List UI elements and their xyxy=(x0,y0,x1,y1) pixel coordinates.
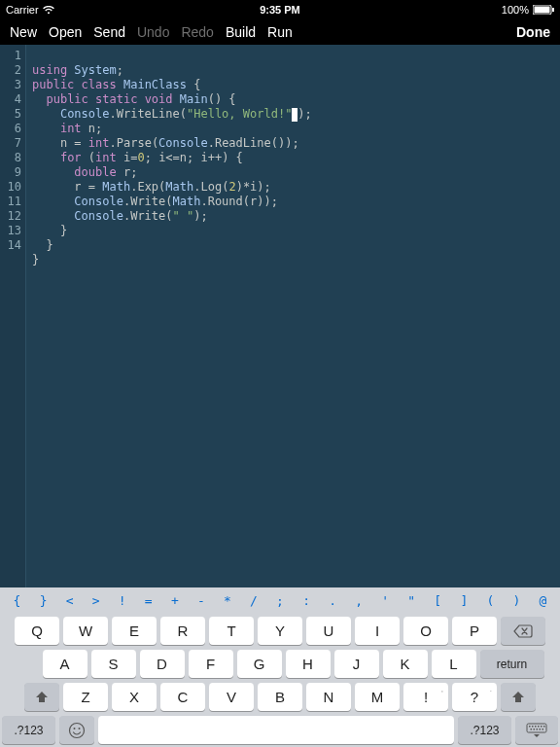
symbol-key[interactable]: / xyxy=(240,593,266,608)
letter-key[interactable]: R xyxy=(160,617,205,645)
space-key[interactable] xyxy=(98,716,454,744)
letter-key[interactable]: N xyxy=(306,683,351,711)
carrier-label: Carrier xyxy=(6,4,39,16)
symbol-key[interactable]: + xyxy=(161,593,188,608)
build-button[interactable]: Build xyxy=(226,24,256,40)
shift-key[interactable] xyxy=(501,683,536,711)
keyboard-row-1: QWERTYUIOP xyxy=(2,617,558,645)
status-bar: Carrier 9:35 PM 100% xyxy=(0,0,560,19)
hide-keyboard-key[interactable] xyxy=(515,716,558,744)
svg-rect-10 xyxy=(538,726,540,728)
letter-key[interactable]: Y xyxy=(258,617,302,645)
new-button[interactable]: New xyxy=(10,24,37,40)
letter-key[interactable]: M xyxy=(355,683,400,711)
line-number: 4 xyxy=(0,92,21,107)
svg-point-5 xyxy=(79,728,81,729)
letter-key[interactable]: V xyxy=(209,683,254,711)
symbol-key[interactable]: = xyxy=(135,593,161,608)
run-button[interactable]: Run xyxy=(267,24,293,40)
symbol-key[interactable]: * xyxy=(214,593,240,608)
letter-key[interactable]: F xyxy=(189,650,233,678)
punct-key[interactable]: !, xyxy=(403,683,448,711)
symbol-key[interactable]: ; xyxy=(266,593,293,608)
svg-rect-9 xyxy=(535,726,537,728)
symbol-key[interactable]: > xyxy=(83,593,109,608)
symbol-key[interactable]: ) xyxy=(504,593,530,608)
letter-key[interactable]: B xyxy=(258,683,302,711)
letter-key[interactable]: A xyxy=(43,650,88,678)
keyboard-row-3: ZXCVBNM!,?. xyxy=(2,683,558,711)
open-button[interactable]: Open xyxy=(49,24,82,40)
redo-button[interactable]: Redo xyxy=(181,24,213,40)
symbol-key[interactable]: - xyxy=(188,593,214,608)
line-number: 3 xyxy=(0,78,21,92)
shift-key[interactable] xyxy=(24,683,59,711)
svg-rect-17 xyxy=(542,729,544,730)
svg-rect-13 xyxy=(531,729,533,730)
line-number: 8 xyxy=(0,151,21,165)
svg-rect-7 xyxy=(529,726,531,728)
letter-key[interactable]: W xyxy=(63,617,108,645)
svg-point-4 xyxy=(74,728,76,729)
symbol-key[interactable]: " xyxy=(399,593,425,608)
mode-key[interactable]: .?123 xyxy=(2,716,55,744)
mode-key-right[interactable]: .?123 xyxy=(458,716,511,744)
emoji-key[interactable] xyxy=(59,716,94,744)
letter-key[interactable]: J xyxy=(334,650,379,678)
keyboard-row-4: .?123 .?123 xyxy=(2,716,558,744)
backspace-key[interactable] xyxy=(501,617,545,645)
letter-key[interactable]: O xyxy=(403,617,448,645)
letter-key[interactable]: G xyxy=(237,650,282,678)
keyboard: QWERTYUIOP ASDFGHJKLreturn ZXCVBNM!,?. .… xyxy=(0,613,560,747)
line-number: 10 xyxy=(0,180,21,195)
line-number: 13 xyxy=(0,224,21,238)
letter-key[interactable]: P xyxy=(452,617,497,645)
clock: 9:35 PM xyxy=(260,4,300,16)
svg-point-3 xyxy=(70,723,85,737)
letter-key[interactable]: U xyxy=(306,617,351,645)
line-gutter: 1234567891011121314 xyxy=(0,45,25,587)
letter-key[interactable]: K xyxy=(383,650,428,678)
symbol-key[interactable]: @ xyxy=(530,593,556,608)
symbol-key[interactable]: ' xyxy=(372,593,399,608)
punct-key[interactable]: ?. xyxy=(452,683,497,711)
letter-key[interactable]: D xyxy=(140,650,185,678)
line-number: 12 xyxy=(0,209,21,224)
line-number: 11 xyxy=(0,195,21,209)
symbol-key[interactable]: ] xyxy=(451,593,477,608)
line-number: 14 xyxy=(0,238,21,253)
undo-button[interactable]: Undo xyxy=(137,24,169,40)
symbol-key[interactable]: , xyxy=(346,593,372,608)
letter-key[interactable]: S xyxy=(91,650,136,678)
letter-key[interactable]: T xyxy=(209,617,254,645)
letter-key[interactable]: I xyxy=(355,617,400,645)
letter-key[interactable]: X xyxy=(112,683,157,711)
symbol-key[interactable]: } xyxy=(30,593,56,608)
symbol-row: {}<>!=+-*/;:.,'"[]()@ xyxy=(0,587,560,613)
symbol-key[interactable]: [ xyxy=(425,593,451,608)
code-editor[interactable]: 1234567891011121314 using System; public… xyxy=(0,45,560,587)
symbol-key[interactable]: ! xyxy=(109,593,135,608)
code-area[interactable]: using System; public class MainClass { p… xyxy=(25,45,560,587)
letter-key[interactable]: C xyxy=(160,683,205,711)
letter-key[interactable]: L xyxy=(432,650,476,678)
done-button[interactable]: Done xyxy=(516,24,550,40)
symbol-key[interactable]: ( xyxy=(477,593,504,608)
send-button[interactable]: Send xyxy=(93,24,125,40)
letter-key[interactable]: Z xyxy=(63,683,108,711)
symbol-key[interactable]: { xyxy=(4,593,30,608)
battery-icon xyxy=(533,5,554,15)
symbol-key[interactable]: . xyxy=(320,593,346,608)
letter-key[interactable]: E xyxy=(112,617,157,645)
letter-key[interactable]: H xyxy=(286,650,331,678)
return-key[interactable]: return xyxy=(480,650,544,678)
symbol-key[interactable]: < xyxy=(56,593,83,608)
symbol-key[interactable]: : xyxy=(294,593,320,608)
line-number: 7 xyxy=(0,136,21,151)
text-cursor xyxy=(292,108,298,122)
svg-rect-11 xyxy=(541,726,542,728)
letter-key[interactable]: Q xyxy=(15,617,59,645)
line-number: 5 xyxy=(0,107,21,122)
svg-rect-16 xyxy=(540,729,542,730)
svg-rect-14 xyxy=(534,729,536,730)
